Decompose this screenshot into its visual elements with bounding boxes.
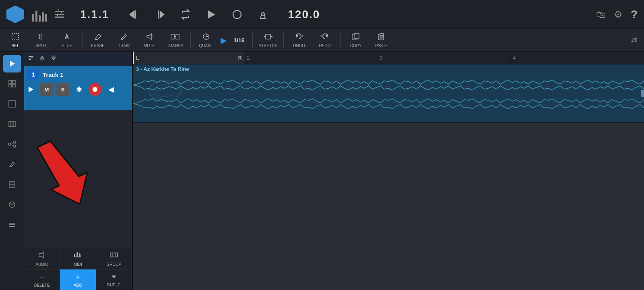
svg-rect-42	[12, 84, 15, 87]
settings-icon[interactable]: ⚙	[614, 9, 623, 20]
track-header: 1 Track 1 M S ✱ ◀	[24, 52, 132, 110]
bag-icon[interactable]: 🛍	[596, 9, 606, 20]
sidebar-arrange-button[interactable]	[3, 95, 21, 113]
svg-marker-14	[147, 34, 151, 39]
sidebar-plugin-button[interactable]	[3, 176, 21, 193]
track-sort-down-button[interactable]	[50, 54, 57, 63]
transp-icon	[170, 33, 180, 43]
redo-button[interactable]: REDO	[313, 31, 337, 50]
midi-type-button[interactable]: MIDI	[60, 248, 96, 269]
paste-icon	[377, 33, 386, 43]
undo-icon	[295, 33, 303, 43]
split-icon	[37, 33, 45, 43]
add-button[interactable]: + ADD	[60, 269, 96, 290]
transp-button[interactable]: TRANSP	[163, 31, 187, 50]
erase-button[interactable]: ERASE	[86, 31, 110, 50]
sidebar-grid-button[interactable]	[3, 75, 21, 93]
main-area: 1 Track 1 M S ✱ ◀	[0, 52, 644, 290]
quant-icon	[202, 33, 210, 43]
bpm-display[interactable]: 120.0	[288, 8, 320, 21]
track-bottom-panel	[24, 110, 132, 248]
track-name[interactable]: Track 1	[43, 71, 64, 78]
paste-button[interactable]: PASTE	[369, 31, 394, 50]
play-button[interactable]	[202, 6, 220, 23]
metronome-button[interactable]	[254, 6, 272, 23]
erase-icon	[94, 33, 102, 43]
track-volume-button[interactable]: ◀	[105, 83, 118, 96]
fraction-display[interactable]: 1/8	[631, 37, 641, 43]
grid-lines	[133, 123, 644, 290]
svg-rect-40	[12, 81, 15, 83]
svg-rect-34	[380, 33, 384, 35]
skip-forward-button[interactable]	[151, 6, 169, 23]
duplicate-button[interactable]: DUPLC	[96, 269, 132, 290]
svg-rect-32	[354, 33, 359, 39]
record-button[interactable]	[228, 6, 246, 23]
mixer-icon[interactable]	[32, 7, 47, 22]
svg-rect-41	[9, 84, 12, 87]
toolbar-divider-3	[252, 33, 253, 48]
toolbar-divider-1	[82, 33, 83, 48]
position-display[interactable]: 1.1.1	[80, 8, 109, 21]
rewind-button[interactable]	[125, 6, 143, 23]
mute-icon	[145, 33, 153, 43]
sidebar-play-button[interactable]	[3, 55, 21, 72]
arrange-area: L R 2 3 4 3 - Az Ka	[133, 52, 644, 290]
empty-grid-area[interactable]	[133, 123, 644, 290]
eq-icon[interactable]	[55, 7, 64, 22]
sidebar-mix-button[interactable]	[3, 196, 21, 213]
draw-button[interactable]: DRAW	[111, 31, 136, 50]
svg-marker-27	[296, 34, 299, 37]
copy-icon	[351, 33, 360, 43]
svg-point-50	[13, 145, 16, 147]
mute-button[interactable]: MUTE	[137, 31, 161, 50]
svg-point-8	[262, 14, 264, 16]
track-expand-button[interactable]	[27, 54, 35, 63]
svg-marker-4	[208, 10, 215, 19]
sidebar-node-button[interactable]	[3, 135, 21, 153]
audio-clip[interactable]: 3 - Az Karkhe Ta Rine	[133, 64, 644, 122]
clip-resize-handle[interactable]	[641, 90, 644, 97]
waveform-display	[133, 72, 644, 122]
help-icon[interactable]: ?	[631, 8, 638, 21]
loop-left-marker[interactable]: L	[136, 55, 139, 61]
undo-button[interactable]: UNDO	[287, 31, 311, 50]
sidebar-edit-button[interactable]	[3, 155, 21, 173]
audio-type-button[interactable]: AUDIO	[24, 248, 60, 269]
sidebar-menu-button[interactable]	[3, 216, 21, 234]
svg-marker-70	[29, 87, 33, 92]
delete-icon: −	[39, 272, 45, 282]
track-panel: 1 Track 1 M S ✱ ◀	[24, 52, 133, 290]
quant-button[interactable]: QUANT	[194, 31, 218, 50]
svg-point-59	[12, 203, 15, 206]
sel-button[interactable]: SEL	[3, 31, 27, 50]
svg-marker-38	[10, 61, 15, 66]
track-star-button[interactable]: ✱	[72, 83, 85, 96]
loop-button[interactable]	[177, 6, 194, 23]
track-record-button[interactable]	[89, 83, 101, 96]
copy-button[interactable]: COPY	[344, 31, 368, 50]
track-solo-button[interactable]: S	[56, 83, 69, 96]
group-type-button[interactable]: GROUP	[96, 248, 132, 269]
svg-rect-22	[266, 34, 270, 39]
svg-point-48	[8, 143, 11, 145]
track-play-button[interactable]	[24, 83, 37, 96]
quant-display[interactable]: 1/16	[229, 37, 249, 44]
track-sort-up-button[interactable]	[39, 54, 46, 63]
timeline-ruler[interactable]: L R 2 3 4	[133, 52, 644, 64]
delete-button[interactable]: − DELETE	[24, 269, 60, 290]
audio-track-lane[interactable]: 3 - Az Karkhe Ta Rine	[133, 64, 644, 123]
split-button[interactable]: SPLIT	[29, 31, 53, 50]
svg-marker-71	[32, 133, 98, 213]
clip-title: 3 - Az Karkhe Ta Rine	[136, 66, 189, 72]
arrow-annotation	[28, 127, 109, 215]
loop-right-marker[interactable]: R	[238, 55, 242, 61]
track-mute-button[interactable]: M	[40, 83, 53, 96]
sidebar-piano-button[interactable]	[3, 115, 21, 133]
svg-rect-16	[171, 34, 174, 39]
glue-button[interactable]: GLUE	[55, 31, 79, 50]
stretch-icon	[263, 33, 273, 43]
svg-line-52	[11, 144, 13, 146]
stretch-button[interactable]: STRETCH	[256, 31, 280, 50]
app-logo[interactable]	[6, 6, 24, 23]
